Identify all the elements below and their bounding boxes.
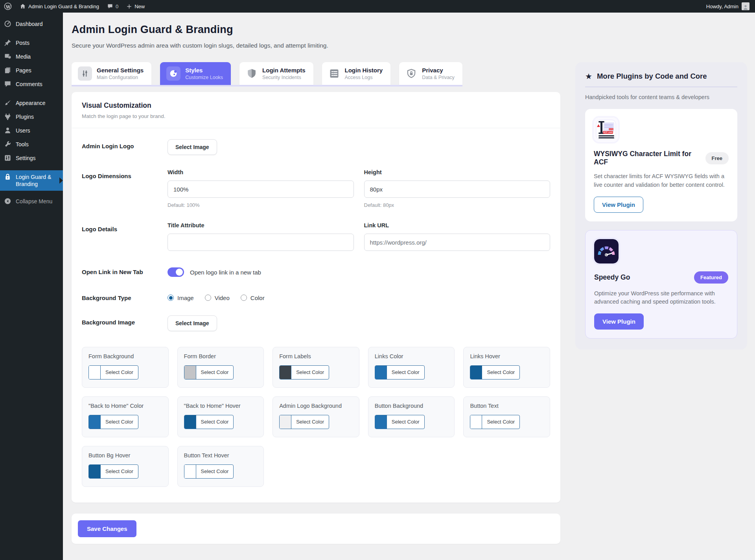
color-field-form-labels: Form Labels Select Color [273, 347, 359, 388]
color-picker-button[interactable]: Select Color [375, 365, 425, 379]
select-background-image-button[interactable]: Select Image [168, 315, 217, 331]
color-swatch [89, 465, 101, 478]
section-subheading: Match the login page to your brand. [82, 113, 550, 119]
tab-sublabel: Access Logs [345, 75, 383, 80]
color-picker-button[interactable]: Select Color [470, 365, 520, 379]
color-field-label: Admin Logo Background [279, 403, 353, 409]
plugin-name: WYSIWYG Character Limit for ACF [594, 150, 701, 166]
field-label: Logo Details [82, 222, 168, 251]
new-tab-toggle[interactable] [168, 267, 184, 277]
sidebar-item-plugins[interactable]: Plugins [0, 110, 63, 124]
field-label: Background Type [82, 291, 168, 301]
sidebar-item-media[interactable]: Media [0, 50, 63, 64]
color-picker-button[interactable]: Select Color [184, 415, 234, 429]
color-field-button-text: Button Text Select Color [463, 396, 550, 437]
sidebar-item-appearance[interactable]: Appearance [0, 96, 63, 110]
sidebar: Dashboard Posts Media Pages Comments App… [0, 13, 63, 560]
color-field-label: Form Background [88, 353, 162, 359]
color-field-button-text-hover: Button Text Hover Select Color [177, 446, 264, 487]
color-picker-button[interactable]: Select Color [184, 464, 234, 479]
collapse-menu-button[interactable]: Collapse Menu [0, 195, 63, 208]
collapse-menu-label: Collapse Menu [16, 198, 52, 205]
radio-option-image[interactable]: Image [168, 295, 194, 301]
color-swatch [184, 465, 196, 478]
pin-icon [4, 39, 12, 47]
select-logo-image-button[interactable]: Select Image [168, 139, 217, 155]
color-picker-button[interactable]: Select Color [88, 365, 138, 379]
tab-login-history[interactable]: Login History Access Logs [322, 62, 391, 85]
sidebar-item-label: Posts [16, 39, 29, 46]
color-swatch [470, 415, 482, 429]
color-swatch [375, 415, 387, 429]
color-field-label: Button Text [470, 403, 543, 409]
new-content-button[interactable]: New [122, 0, 149, 13]
tab-privacy[interactable]: Privacy Data & Privacy [399, 62, 462, 85]
sidebar-item-pages[interactable]: Pages [0, 64, 63, 77]
sidebar-item-tools[interactable]: Tools [0, 138, 63, 151]
tab-general-settings[interactable]: General Settings Main Configuration [72, 62, 151, 85]
svg-text:ACF Limit: ACF Limit [603, 131, 613, 133]
color-picker-button[interactable]: Select Color [279, 365, 329, 379]
color-swatch [280, 415, 291, 429]
color-swatch [184, 366, 196, 379]
color-field-back-home-color: "Back to Home" Color Select Color [82, 396, 169, 437]
width-default-hint: Default: 100% [168, 202, 354, 208]
color-field-admin-logo-background: Admin Logo Background Select Color [273, 396, 359, 437]
color-picker-button[interactable]: Select Color [375, 415, 425, 429]
collapse-arrow-icon [4, 197, 12, 205]
color-picker-button[interactable]: Select Color [184, 365, 234, 379]
color-field-label: "Back to Home" Hover [184, 403, 258, 409]
sidebar-item-dashboard[interactable]: Dashboard [0, 17, 63, 31]
radio-option-color[interactable]: Color [241, 295, 265, 301]
save-changes-button[interactable]: Save Changes [78, 520, 136, 537]
plugin-icon [4, 113, 12, 121]
select-color-label: Select Color [101, 366, 138, 379]
sidebar-item-settings[interactable]: Settings [0, 151, 63, 165]
radio-icon [205, 295, 211, 301]
plugin-card-speedy-go: Speedy Go Featured Optimize your WordPre… [585, 230, 737, 339]
howdy-text[interactable]: Howdy, Admin [706, 4, 738, 9]
sidebar-item-comments[interactable]: Comments [0, 77, 63, 91]
comment-icon [4, 80, 12, 88]
color-field-label: Links Color [375, 353, 448, 359]
tab-sublabel: Main Configuration [97, 75, 144, 80]
color-picker-button[interactable]: Select Color [88, 464, 138, 479]
sidebar-item-login-guard-branding[interactable]: Login Guard & Branding [0, 170, 63, 191]
speedy-go-plugin-icon [594, 239, 619, 263]
site-link[interactable]: Admin Login Guard & Branding [16, 0, 103, 13]
tab-bar: General Settings Main Configuration Styl… [72, 62, 462, 87]
svg-text:111/150: 111/150 [609, 129, 613, 130]
select-color-label: Select Color [482, 415, 519, 429]
color-field-label: "Back to Home" Color [88, 403, 162, 409]
title-attribute-label: Title Attribute [168, 222, 354, 228]
star-icon: ★ [585, 72, 592, 80]
view-plugin-button-acf[interactable]: View Plugin [594, 197, 643, 213]
color-picker-button[interactable]: Select Color [88, 415, 138, 429]
plugin-description: Set character limits for ACF WYSIWYG fie… [594, 172, 729, 190]
avatar[interactable] [742, 2, 749, 10]
plugin-card-wysiwyg-acf: 111/150 ACF Limit WYSIWYG Character Limi… [585, 109, 737, 221]
promo-subheading: Handpicked tools for content teams & dev… [585, 94, 737, 100]
sidebar-item-users[interactable]: Users [0, 124, 63, 138]
tab-login-attempts[interactable]: Login Attempts Security Incidents [239, 62, 313, 85]
color-picker-button[interactable]: Select Color [470, 415, 520, 429]
sidebar-item-posts[interactable]: Posts [0, 36, 63, 50]
wordpress-logo-icon[interactable] [0, 0, 16, 13]
brush-icon [4, 99, 12, 107]
field-label: Admin Login Logo [82, 139, 168, 155]
comments-bubble[interactable]: 0 [103, 0, 122, 13]
color-field-label: Form Labels [279, 353, 353, 359]
color-swatch [470, 366, 482, 379]
logo-width-input[interactable] [168, 181, 354, 198]
radio-option-video[interactable]: Video [205, 295, 230, 301]
field-label: Logo Dimensions [82, 169, 168, 208]
tab-styles[interactable]: Styles Customize Looks [160, 62, 231, 85]
logo-height-input[interactable] [364, 181, 551, 198]
width-label: Width [168, 169, 354, 175]
link-url-input[interactable] [364, 234, 551, 251]
view-plugin-button-speedy-go[interactable]: View Plugin [594, 313, 644, 330]
comments-count: 0 [116, 4, 118, 9]
title-attribute-input[interactable] [168, 234, 354, 251]
color-picker-button[interactable]: Select Color [279, 415, 329, 429]
media-icon [4, 53, 12, 61]
